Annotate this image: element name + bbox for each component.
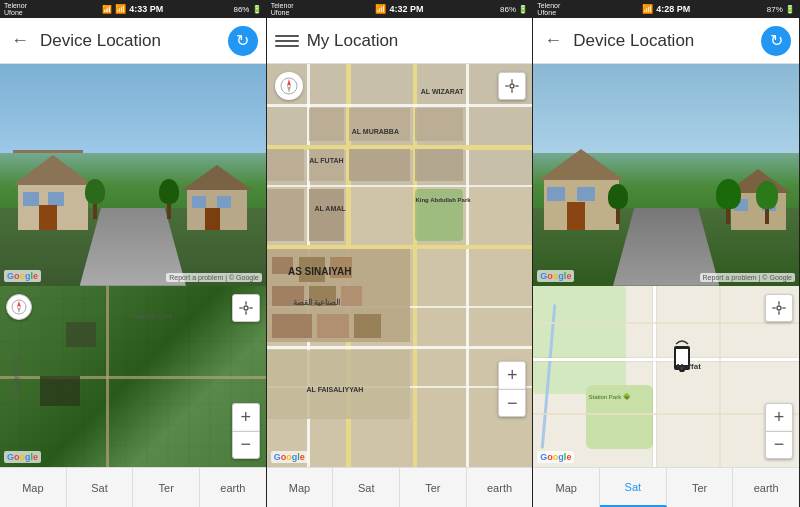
tab-sat-1[interactable]: Sat <box>67 468 134 507</box>
tab-sat-3[interactable]: Sat <box>600 468 667 507</box>
signal-icon-3: 📶 <box>642 4 653 14</box>
refresh-button-3[interactable]: ↻ <box>761 26 791 56</box>
road-h-main-3 <box>533 358 799 361</box>
compass-button-2[interactable] <box>275 72 303 100</box>
bldg-i-2 <box>354 314 381 338</box>
compass-north <box>17 301 21 307</box>
tab-map-2[interactable]: Map <box>267 468 334 507</box>
road-map-3: Station Park 🌳 <box>533 286 799 467</box>
label-futah-2: AL FUTAH <box>309 157 343 164</box>
svg-rect-28 <box>577 187 595 201</box>
compass-button-1[interactable] <box>6 294 32 320</box>
panel-device-location-3: TelenorUfone 📶 4:28 PM 87% 🔋 ← Device Lo… <box>533 0 800 507</box>
road-h3-2 <box>267 346 533 349</box>
road-map-bg-3: Station Park 🌳 <box>533 286 799 467</box>
tab-ter-2[interactable]: Ter <box>400 468 467 507</box>
station-park-label-3: Station Park 🌳 <box>586 392 631 402</box>
compass-south <box>17 307 21 313</box>
my-location-button-3[interactable] <box>765 294 793 322</box>
tab-sat-2[interactable]: Sat <box>333 468 400 507</box>
svg-marker-26 <box>539 149 624 180</box>
road-h-minor-3 <box>533 322 799 324</box>
tab-ter-1[interactable]: Ter <box>133 468 200 507</box>
tab-earth-1[interactable]: earth <box>200 468 266 507</box>
header-title-3: Device Location <box>573 31 753 51</box>
back-button-3[interactable]: ← <box>541 29 565 53</box>
tree-3 <box>716 179 741 224</box>
status-bar-2: TelenorUfone 📶 4:32 PM 86% 🔋 <box>267 0 533 18</box>
tab-map-3[interactable]: Map <box>533 468 600 507</box>
tree-4 <box>756 181 778 224</box>
google-logo-street-3: Google <box>537 270 574 282</box>
wifi-icon-1: 📶 <box>115 4 126 14</box>
label-sinaiyah-2: AS SINAIYAH <box>288 266 352 277</box>
zoom-out-button-3[interactable]: − <box>765 431 793 459</box>
tab-ter-3[interactable]: Ter <box>667 468 734 507</box>
my-location-button-2[interactable] <box>498 72 526 100</box>
bldg-h-2 <box>317 314 349 338</box>
zoom-controls-1: + − <box>232 403 260 459</box>
sky-1 <box>0 64 266 153</box>
google-logo-2: Google <box>271 451 308 463</box>
status-left-1: TelenorUfone <box>4 2 27 16</box>
google-logo-map-3: Google <box>537 451 574 463</box>
menu-button-2[interactable] <box>275 29 299 53</box>
block-5-2 <box>309 149 344 181</box>
zoom-out-button-2[interactable]: − <box>498 389 526 417</box>
signal-icon-1: 📶 <box>102 5 112 14</box>
zoom-in-button-1[interactable]: + <box>232 403 260 431</box>
location-icon-3 <box>771 300 787 316</box>
svg-marker-7 <box>182 165 252 190</box>
status-right-1: 86% 🔋 <box>233 5 261 14</box>
zoom-in-button-2[interactable]: + <box>498 361 526 389</box>
time-1: 4:33 PM <box>129 4 163 14</box>
city-map-2[interactable]: + − AL WIZARAT AL MURABBA AL FUTAH AL AM… <box>267 64 533 467</box>
zoom-controls-3: + − <box>765 403 793 459</box>
label-park-2: King Abdullah Park <box>415 197 470 203</box>
menu-line-2 <box>275 40 299 42</box>
back-button-1[interactable]: ← <box>8 29 32 53</box>
battery-3: 87% 🔋 <box>767 5 795 14</box>
map-label-hartfell-1: Hartfell Cres <box>133 313 172 320</box>
tab-earth-2[interactable]: earth <box>467 468 533 507</box>
status-center-1: 📶 📶 4:33 PM <box>102 4 163 14</box>
my-location-button-1[interactable] <box>232 294 260 322</box>
carrier-label-3: TelenorUfone <box>537 2 560 16</box>
label-murabba-2: AL MURABBA <box>352 128 399 135</box>
status-left-2: TelenorUfone <box>271 2 294 16</box>
tab-map-1[interactable]: Map <box>0 468 67 507</box>
zoom-out-button-1[interactable]: − <box>232 431 260 459</box>
moffat-label-3: Moffat <box>677 362 701 371</box>
google-logo-aerial-1: Google <box>4 451 41 463</box>
tab-bar-1: Map Sat Ter earth <box>0 467 266 507</box>
block-4-2 <box>267 149 304 181</box>
tab-earth-3[interactable]: earth <box>733 468 799 507</box>
svg-marker-18 <box>287 79 291 86</box>
bldg-g-2 <box>272 314 312 338</box>
report-problem-3: Report a problem | © Google <box>700 273 795 282</box>
carrier-label-1: TelenorUfone <box>4 2 27 16</box>
svg-point-12 <box>244 306 248 310</box>
header-title-2: My Location <box>307 31 525 51</box>
block-1-2 <box>309 108 344 140</box>
tab-bar-2: Map Sat Ter earth <box>267 467 533 507</box>
svg-rect-3 <box>48 192 64 206</box>
zoom-in-button-3[interactable]: + <box>765 403 793 431</box>
signal-icon-2: 📶 <box>375 4 386 14</box>
carrier-label-2: TelenorUfone <box>271 2 294 16</box>
city-map-bg-2: + − AL WIZARAT AL MURABBA AL FUTAH AL AM… <box>267 64 533 467</box>
svg-rect-5 <box>13 150 83 153</box>
refresh-button-1[interactable]: ↻ <box>228 26 258 56</box>
label-wizarat-2: AL WIZARAT <box>421 88 464 95</box>
map-area-1[interactable]: Google Report a problem | © Google <box>0 64 266 467</box>
street-view-1: Google Report a problem | © Google <box>0 64 266 286</box>
svg-rect-4 <box>39 205 57 230</box>
park-3: Station Park 🌳 <box>586 385 652 448</box>
road-h4-2 <box>267 104 533 107</box>
battery-2: 86% 🔋 <box>500 5 528 14</box>
map-area-3[interactable]: Google Report a problem | © Google Stati… <box>533 64 799 467</box>
status-bar-1: TelenorUfone 📶 📶 4:33 PM 86% 🔋 <box>0 0 266 18</box>
zoom-controls-2: + − <box>498 361 526 417</box>
svg-rect-2 <box>23 192 39 206</box>
tree-1 <box>85 179 105 219</box>
